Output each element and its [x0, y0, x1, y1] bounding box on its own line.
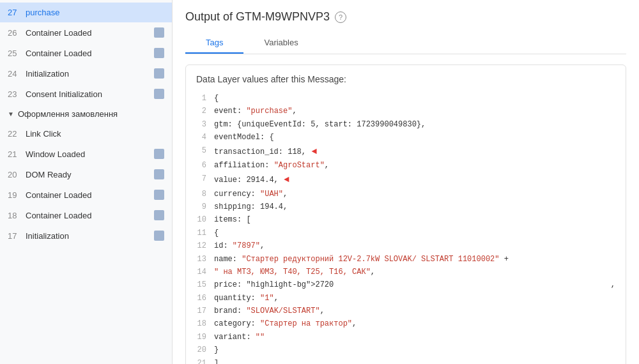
code-content: eventModel: {	[214, 131, 615, 144]
event-icon	[154, 27, 164, 38]
event-icon	[154, 210, 164, 220]
code-line: 8 currency: "UAH",	[196, 188, 615, 201]
code-line: 4 eventModel: {	[196, 131, 615, 144]
code-line: 14 " на МТЗ, ЮМЗ, Т40, Т25, Т16, САК",	[196, 266, 615, 278]
item-label: Container Loaded	[26, 49, 150, 58]
code-content: gtm: {uniqueEventId: 5, start: 172399004…	[214, 118, 615, 131]
code-line: 10 items: [	[196, 213, 615, 226]
item-label: Initialization	[26, 231, 150, 241]
item-label: DOM Ready	[26, 170, 150, 179]
line-number: 17	[196, 305, 214, 317]
item-label: Container Loaded	[26, 190, 150, 200]
line-number: 15	[196, 278, 214, 291]
code-line: 17 brand: "SLOVAK/SLSTART",	[196, 305, 615, 317]
sidebar-item-20[interactable]: 20DOM Ready	[0, 164, 172, 185]
code-line: 12 id: "7897",	[196, 239, 615, 252]
sidebar-item-18[interactable]: 18Container Loaded	[0, 205, 172, 225]
item-number: 23	[8, 89, 22, 99]
line-number: 16	[196, 292, 214, 305]
code-content: items: [	[214, 213, 615, 226]
code-area: 1{2 event: "purchase",3 gtm: {uniqueEven…	[196, 92, 615, 364]
item-number: 26	[8, 28, 22, 38]
tab-variables[interactable]: Variables	[243, 33, 318, 54]
code-line: 11 {	[196, 227, 615, 239]
code-line: 5 transaction_id: 118, ◄	[196, 144, 615, 160]
output-title-text: Output of GTM-M9WPNVP3	[185, 10, 330, 24]
item-label: Window Loaded	[26, 149, 150, 159]
item-label: Container Loaded	[26, 211, 150, 220]
event-icon	[154, 169, 164, 179]
code-content: id: "7897",	[214, 239, 615, 252]
line-number: 4	[196, 131, 214, 144]
item-number: 20	[8, 170, 22, 179]
line-number: 8	[196, 188, 214, 201]
sidebar-item-23[interactable]: 23Consent Initialization	[0, 84, 172, 104]
line-number: 14	[196, 266, 214, 278]
code-line: 2 event: "purchase",	[196, 105, 615, 118]
code-content: ]	[214, 357, 615, 364]
sidebar-item-24[interactable]: 24Initialization	[0, 63, 172, 84]
tab-tags[interactable]: Tags	[185, 33, 243, 54]
line-number: 21	[196, 357, 214, 364]
line-number: 10	[196, 213, 214, 226]
item-number: 25	[8, 49, 22, 58]
event-icon	[154, 48, 164, 58]
item-label: Link Click	[26, 129, 164, 139]
line-number: 12	[196, 239, 214, 252]
code-content: event: "purchase",	[214, 105, 615, 118]
code-line: 7 value: 2914.4, ◄	[196, 172, 615, 188]
code-line: 3 gtm: {uniqueEventId: 5, start: 1723990…	[196, 118, 615, 131]
code-line: 16 quantity: "1",	[196, 292, 615, 305]
sidebar-group-header[interactable]: ▼Оформлення замовлення	[0, 104, 172, 124]
line-number: 6	[196, 159, 214, 172]
code-content: variant: ""	[214, 331, 615, 344]
item-number: 21	[8, 149, 22, 159]
item-number: 24	[8, 69, 22, 79]
help-icon[interactable]: ?	[335, 11, 346, 23]
red-arrow-icon: ◄	[279, 174, 289, 185]
code-content: value: 2914.4, ◄	[214, 172, 615, 188]
red-arrow-icon: ◄	[306, 146, 317, 156]
code-line: 15 price: "highlight-bg">2720,	[196, 278, 615, 291]
sidebar: 27purchase26Container Loaded25Container …	[0, 0, 173, 364]
line-number: 11	[196, 227, 214, 239]
code-line: 9 shipping: 194.4,	[196, 201, 615, 213]
main-title: Output of GTM-M9WPNVP3 ?	[185, 10, 626, 24]
line-number: 5	[196, 144, 214, 157]
code-content: {	[214, 227, 615, 239]
item-number: 19	[8, 190, 22, 200]
tab-bar: Tags Variables	[185, 33, 626, 54]
event-icon	[154, 190, 164, 200]
sidebar-item-26[interactable]: 26Container Loaded	[0, 22, 172, 43]
item-number: 18	[8, 211, 22, 220]
code-content: affiliation: "AgroStart",	[214, 159, 615, 172]
code-content: transaction_id: 118, ◄	[214, 144, 615, 160]
code-line: 20 }	[196, 344, 615, 356]
code-line: 13 name: "Стартер редукторний 12V-2.7kW …	[196, 253, 615, 266]
sidebar-item-25[interactable]: 25Container Loaded	[0, 43, 172, 63]
sidebar-item-21[interactable]: 21Window Loaded	[0, 144, 172, 164]
item-number: 27	[8, 8, 22, 17]
main-content: Output of GTM-M9WPNVP3 ? Tags Variables …	[173, 0, 639, 364]
sidebar-item-27[interactable]: 27purchase	[0, 3, 172, 22]
line-number: 13	[196, 253, 214, 266]
sidebar-item-19[interactable]: 19Container Loaded	[0, 185, 172, 205]
line-number: 20	[196, 344, 214, 356]
line-number: 1	[196, 92, 214, 105]
code-line: 18 category: "Стартер на трактор",	[196, 317, 615, 330]
code-content: {	[214, 92, 615, 105]
sidebar-item-22[interactable]: 22Link Click	[0, 124, 172, 144]
code-content: shipping: 194.4,	[214, 201, 615, 213]
code-content: price: "highlight-bg">2720	[214, 278, 611, 291]
line-number: 18	[196, 317, 214, 330]
item-label: Container Loaded	[26, 28, 150, 38]
item-label: Initialization	[26, 69, 150, 79]
item-label: purchase	[26, 8, 164, 17]
code-content: quantity: "1",	[214, 292, 615, 305]
event-icon	[154, 89, 164, 99]
code-line: 6 affiliation: "AgroStart",	[196, 159, 615, 172]
sidebar-item-17[interactable]: 17Initialization	[0, 225, 172, 246]
group-label: Оформлення замовлення	[18, 109, 118, 119]
code-content: currency: "UAH",	[214, 188, 615, 201]
code-line: 21 ]	[196, 357, 615, 364]
